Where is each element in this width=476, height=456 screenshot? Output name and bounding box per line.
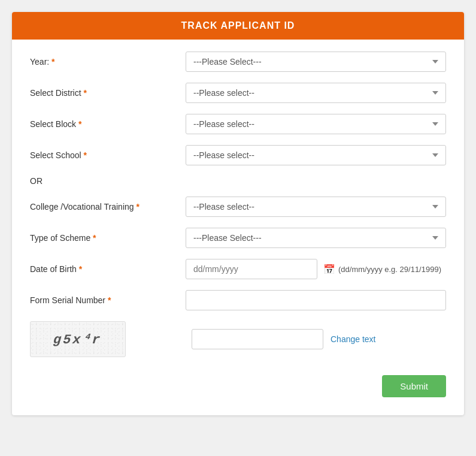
block-control: --Please select-- <box>186 114 446 134</box>
calendar-icon: 📅 <box>323 264 335 275</box>
scheme-row: Type of Scheme * ---Please Select--- <box>30 228 446 248</box>
year-control: ---Please Select--- <box>186 52 446 72</box>
college-select[interactable]: --Please select-- <box>186 197 446 217</box>
serial-row: Form Serial Number * <box>30 290 446 310</box>
captcha-image-wrap: g5x⁴r <box>30 321 186 357</box>
dob-row: Date of Birth * 📅 (dd/mm/yyyy e.g. 29/11… <box>30 259 446 279</box>
block-select[interactable]: --Please select-- <box>186 114 446 134</box>
college-label: College /Vocational Training * <box>30 202 186 212</box>
college-row: College /Vocational Training * --Please … <box>30 197 446 217</box>
college-control: --Please select-- <box>186 197 446 217</box>
district-row: Select District * --Please select-- <box>30 83 446 103</box>
dob-hint: 📅 (dd/mm/yyyy e.g. 29/11/1999) <box>323 264 441 275</box>
form-body: Year: * ---Please Select--- Select Distr… <box>12 40 464 415</box>
submit-button[interactable]: Submit <box>382 375 446 397</box>
change-text-link[interactable]: Change text <box>331 334 376 344</box>
year-label: Year: * <box>30 57 186 67</box>
school-select[interactable]: --Please select-- <box>186 145 446 165</box>
year-row: Year: * ---Please Select--- <box>30 52 446 72</box>
district-control: --Please select-- <box>186 83 446 103</box>
form-container: TRACK APPLICANT ID Year: * ---Please Sel… <box>12 12 464 415</box>
scheme-control: ---Please Select--- <box>186 228 446 248</box>
year-required-star: * <box>51 57 54 67</box>
college-required-star: * <box>136 202 139 212</box>
serial-number-input[interactable] <box>186 290 446 310</box>
scheme-select[interactable]: ---Please Select--- <box>186 228 446 248</box>
form-header: TRACK APPLICANT ID <box>12 12 464 40</box>
or-row: OR <box>30 176 446 186</box>
captcha-text: g5x⁴r <box>53 331 102 348</box>
submit-row: Submit <box>30 369 446 397</box>
page-title: TRACK APPLICANT ID <box>181 20 295 31</box>
serial-label: Form Serial Number * <box>30 295 186 305</box>
block-label: Select Block * <box>30 119 186 129</box>
dob-wrap: 📅 (dd/mm/yyyy e.g. 29/11/1999) <box>186 259 446 279</box>
block-required-star: * <box>78 119 81 129</box>
dob-required-star: * <box>79 264 82 274</box>
captcha-input[interactable] <box>192 329 323 349</box>
captcha-row: g5x⁴r Change text <box>30 321 446 357</box>
block-row: Select Block * --Please select-- <box>30 114 446 134</box>
district-select[interactable]: --Please select-- <box>186 83 446 103</box>
school-control: --Please select-- <box>186 145 446 165</box>
school-required-star: * <box>84 150 87 160</box>
school-row: Select School * --Please select-- <box>30 145 446 165</box>
dob-control: 📅 (dd/mm/yyyy e.g. 29/11/1999) <box>186 259 446 279</box>
scheme-required-star: * <box>93 233 96 243</box>
or-text: OR <box>30 176 43 186</box>
captcha-input-wrap: Change text <box>186 329 446 349</box>
school-label: Select School * <box>30 150 186 160</box>
scheme-label: Type of Scheme * <box>30 233 186 243</box>
district-label: Select District * <box>30 88 186 98</box>
district-required-star: * <box>83 88 86 98</box>
serial-control <box>186 290 446 310</box>
dob-label: Date of Birth * <box>30 264 186 274</box>
captcha-image: g5x⁴r <box>30 321 126 357</box>
serial-required-star: * <box>108 295 111 305</box>
year-select[interactable]: ---Please Select--- <box>186 52 446 72</box>
dob-input[interactable] <box>186 259 317 279</box>
